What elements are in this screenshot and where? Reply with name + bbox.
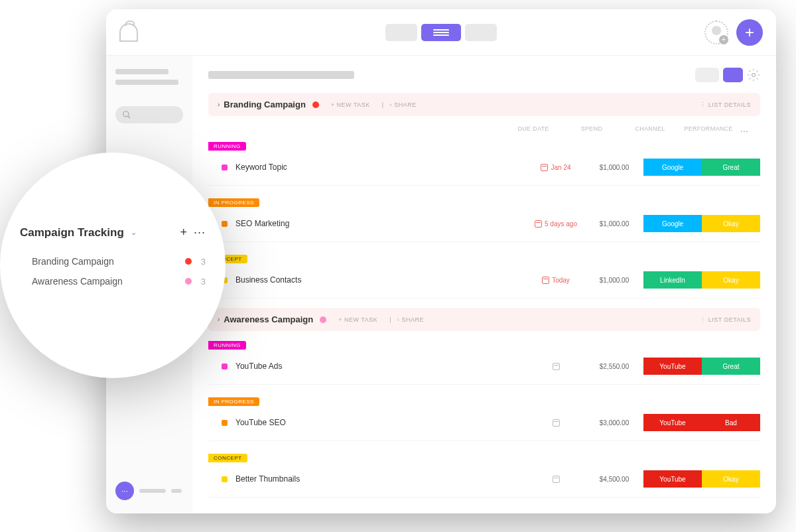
status-group: CONCEPT Better Thumbnails $4,500.00 YouT…: [208, 450, 760, 498]
status-tag[interactable]: RUNNING: [208, 341, 246, 350]
due-date[interactable]: Jan 24: [527, 164, 585, 171]
campaign-name: Branding Campaign: [224, 100, 306, 109]
color-dot-icon: [312, 101, 319, 108]
task-title: YouTube SEO: [235, 418, 286, 427]
status-tag[interactable]: RUNNING: [208, 142, 246, 151]
share-button[interactable]: | ‹ SHARE: [382, 101, 417, 108]
col-spend: SPEND: [563, 125, 621, 136]
calendar-icon: [553, 363, 560, 370]
color-dot-icon: [185, 278, 192, 285]
due-date[interactable]: [527, 363, 585, 370]
status-group: RUNNING YouTube Ads $2,550.00 YouTube Gr…: [208, 338, 760, 385]
due-date[interactable]: 5 days ago: [527, 220, 585, 228]
status-tag[interactable]: IN PROGRESS: [208, 397, 259, 406]
task-title: SEO Marketing: [235, 219, 289, 228]
channel-chip[interactable]: YouTube: [643, 358, 702, 375]
status-square-icon: [222, 364, 228, 369]
view-switcher: [385, 24, 497, 41]
sidebar-list-item[interactable]: Awareness Campaign3: [20, 271, 206, 291]
campaign-header[interactable]: ›Branding Campaign+ NEW TASK| ‹ SHARE⋮ L…: [208, 93, 760, 116]
status-square-icon: [222, 165, 228, 170]
performance-chip[interactable]: Okay: [702, 271, 760, 289]
status-group: RUNNING Keyword Topic Jan 24 $1,000.00 G…: [208, 139, 760, 186]
spend-value[interactable]: $2,550.00: [585, 363, 643, 370]
spend-value[interactable]: $3,000.00: [585, 419, 643, 427]
folder-menu-icon[interactable]: ···: [194, 226, 206, 239]
col-channel: CHANNEL: [621, 125, 679, 136]
sidebar-list-item[interactable]: Branding Campaign3: [20, 251, 206, 271]
status-tag[interactable]: CONCEPT: [208, 454, 247, 462]
view-option-1[interactable]: [385, 24, 417, 41]
add-button[interactable]: +: [736, 19, 763, 46]
campaign-header[interactable]: ›Awareness Campaign+ NEW TASK| ‹ SHARE⋮ …: [208, 308, 760, 331]
view-control-active[interactable]: [723, 68, 743, 82]
new-task-button[interactable]: + NEW TASK: [331, 101, 370, 108]
task-title: Keyword Topic: [235, 163, 287, 172]
new-task-button[interactable]: + NEW TASK: [338, 316, 377, 323]
invite-user-icon[interactable]: [704, 21, 728, 44]
sidebar-zoom-overlay: Campaign Tracking ⌄ + ··· Branding Campa…: [0, 153, 226, 378]
task-row[interactable]: Keyword Topic Jan 24 $1,000.00 Google Gr…: [208, 153, 760, 186]
task-title: Better Thumbnails: [235, 474, 300, 484]
spend-value[interactable]: $4,500.00: [585, 476, 643, 483]
chevron-down-icon[interactable]: ⌄: [131, 228, 137, 237]
task-row[interactable]: SEO Marketing 5 days ago $1,000.00 Googl…: [208, 210, 760, 242]
chevron-right-icon: ›: [218, 316, 220, 323]
spend-value[interactable]: $1,000.00: [585, 220, 643, 228]
task-row[interactable]: YouTube Ads $2,550.00 YouTube Great: [208, 352, 760, 385]
list-details-button[interactable]: ⋮ LIST DETAILS: [700, 101, 751, 108]
chat-skeleton: [139, 489, 166, 493]
channel-chip[interactable]: Google: [643, 215, 702, 232]
logo-icon[interactable]: [119, 23, 138, 42]
spend-value[interactable]: $1,000.00: [585, 164, 643, 171]
gear-icon[interactable]: [747, 68, 760, 82]
col-due: DUE DATE: [504, 125, 563, 136]
search-input[interactable]: [115, 106, 183, 123]
chat-widget[interactable]: ···: [115, 482, 183, 500]
performance-chip[interactable]: Great: [702, 159, 760, 176]
svg-line-1: [128, 116, 131, 119]
channel-chip[interactable]: YouTube: [643, 414, 702, 431]
list-label: Awareness Campaign: [32, 276, 123, 287]
topbar: +: [106, 9, 776, 56]
channel-chip[interactable]: Google: [643, 159, 702, 176]
performance-chip[interactable]: Okay: [702, 470, 760, 488]
color-dot-icon: [185, 258, 192, 265]
channel-chip[interactable]: YouTube: [643, 470, 702, 488]
task-row[interactable]: Business Contacts Today $1,000.00 Linked…: [208, 266, 760, 299]
more-columns-icon[interactable]: ···: [738, 125, 751, 136]
add-list-button[interactable]: +: [180, 226, 187, 239]
spend-value[interactable]: $1,000.00: [585, 277, 643, 284]
color-dot-icon: [320, 316, 326, 323]
status-group: IN PROGRESS SEO Marketing 5 days ago $1,…: [208, 195, 760, 242]
folder-title[interactable]: Campaign Tracking: [20, 226, 124, 239]
performance-chip[interactable]: Great: [702, 358, 760, 375]
task-count: 3: [201, 277, 206, 287]
due-date[interactable]: [527, 419, 585, 427]
chat-skeleton: [171, 489, 182, 493]
chevron-right-icon: ›: [218, 101, 220, 108]
task-row[interactable]: Better Thumbnails $4,500.00 YouTube Okay: [208, 465, 760, 498]
performance-chip[interactable]: Okay: [702, 215, 760, 232]
sidebar-skeleton: [115, 69, 168, 74]
main-content: ›Branding Campaign+ NEW TASK| ‹ SHARE⋮ L…: [192, 56, 776, 513]
view-control-1[interactable]: [695, 68, 719, 82]
task-title: Business Contacts: [235, 275, 301, 285]
due-date[interactable]: Today: [527, 277, 585, 284]
column-headers: DUE DATESPENDCHANNELPERFORMANCE···: [208, 123, 760, 139]
list-label: Branding Campaign: [32, 256, 114, 267]
status-tag[interactable]: IN PROGRESS: [208, 198, 259, 207]
performance-chip[interactable]: Bad: [702, 414, 760, 431]
task-row[interactable]: YouTube SEO $3,000.00 YouTube Bad: [208, 409, 760, 441]
list-details-button[interactable]: ⋮ LIST DETAILS: [700, 316, 751, 323]
col-performance: PERFORMANCE: [679, 125, 738, 136]
due-date[interactable]: [527, 476, 585, 483]
share-button[interactable]: | ‹ SHARE: [389, 316, 424, 323]
view-option-list[interactable]: [421, 24, 461, 41]
view-option-3[interactable]: [465, 24, 497, 41]
calendar-icon: [553, 419, 560, 427]
channel-chip[interactable]: LinkedIn: [643, 271, 702, 289]
task-count: 3: [201, 257, 206, 267]
calendar-icon: [535, 220, 542, 228]
calendar-icon: [542, 277, 549, 284]
